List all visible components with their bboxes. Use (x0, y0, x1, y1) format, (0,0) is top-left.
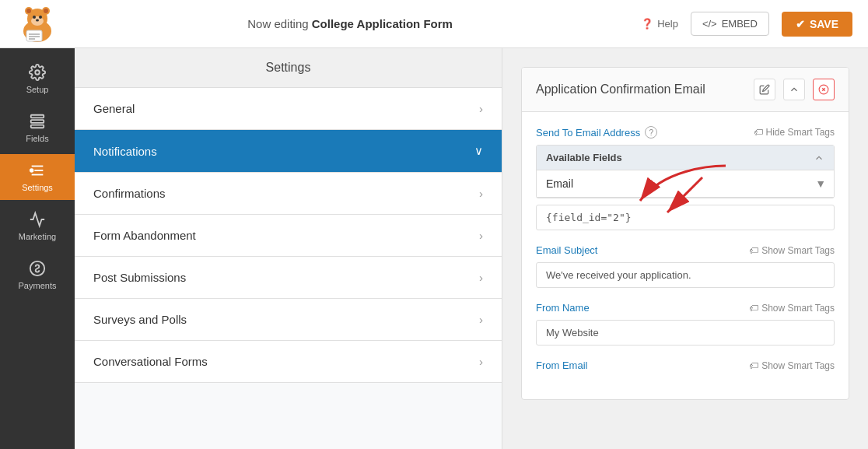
field-select[interactable]: Email (537, 170, 834, 197)
show-smart-tags-email-subject[interactable]: 🏷 Show Smart Tags (749, 245, 835, 256)
from-email-group: From Email 🏷 Show Smart Tags (536, 360, 835, 371)
help-button[interactable]: ❓ Help (641, 18, 678, 30)
chevron-right-icon: › (479, 229, 483, 242)
menu-item-notifications[interactable]: Notifications ∨ (75, 130, 502, 173)
question-icon: ❓ (641, 18, 653, 30)
menu-item-surveys-polls[interactable]: Surveys and Polls › (75, 299, 502, 341)
settings-menu: Settings General › Notifications ∨ Confi… (75, 48, 502, 449)
send-to-label: Send To Email Address (536, 127, 640, 139)
svg-point-4 (26, 9, 31, 13)
sidebar-item-setup[interactable]: Setup (0, 56, 75, 102)
chevron-right-icon: › (479, 313, 483, 326)
panel-header: Application Confirmation Email (522, 68, 849, 112)
from-email-label-row: From Email 🏷 Show Smart Tags (536, 360, 835, 371)
svg-rect-17 (31, 125, 44, 128)
from-name-label-row: From Name 🏷 Show Smart Tags (536, 302, 835, 314)
svg-point-5 (44, 9, 48, 13)
menu-item-general[interactable]: General › (75, 88, 502, 130)
panel-title: Application Confirmation Email (536, 82, 705, 96)
chevron-right-icon: › (479, 187, 483, 200)
logo (16, 5, 59, 44)
svg-rect-10 (26, 30, 42, 41)
pencil-icon (759, 84, 770, 95)
menu-item-post-submissions[interactable]: Post Submissions › (75, 257, 502, 299)
payments-icon (29, 260, 46, 277)
marketing-icon (29, 211, 46, 228)
chevron-up-icon (789, 84, 800, 95)
settings-title: Settings (75, 48, 502, 88)
close-icon (818, 84, 829, 95)
chevron-right-icon: › (479, 271, 483, 284)
sidebar-item-settings[interactable]: Settings (0, 154, 75, 200)
hide-smart-tags-button[interactable]: 🏷 Hide Smart Tags (754, 127, 835, 138)
embed-button[interactable]: </> EMBED (691, 12, 769, 36)
checkmark-icon: ✔ (796, 18, 805, 30)
delete-button[interactable] (813, 79, 835, 100)
chevron-down-icon: ∨ (474, 144, 483, 158)
main-content: Application Confirmation Email (502, 48, 868, 449)
field-code-value: {field_id="2"} (536, 205, 835, 230)
show-smart-tags-from-name[interactable]: 🏷 Show Smart Tags (749, 303, 835, 314)
tag-icon: 🏷 (749, 245, 758, 256)
panel-actions (754, 79, 835, 100)
send-to-email-label-row: Send To Email Address ? 🏷 Hide Smart Tag… (536, 126, 835, 139)
svg-point-8 (39, 16, 42, 19)
menu-item-confirmations[interactable]: Confirmations › (75, 173, 502, 215)
show-smart-tags-from-email[interactable]: 🏷 Show Smart Tags (749, 360, 835, 371)
tag-icon: 🏷 (754, 127, 763, 138)
editing-title: Now editing College Application Form (72, 17, 628, 30)
main-layout: Setup Fields Settings Marketing (0, 48, 868, 449)
edit-button[interactable] (754, 79, 775, 100)
email-subject-label: Email Subject (536, 244, 597, 256)
svg-point-9 (36, 19, 39, 21)
svg-point-7 (33, 16, 36, 19)
from-name-label: From Name (536, 302, 590, 314)
settings-icon (29, 162, 46, 179)
from-name-input[interactable] (536, 320, 835, 346)
setup-icon (29, 64, 46, 81)
send-to-label-left: Send To Email Address ? (536, 126, 657, 139)
available-fields-box: Available Fields Email ▼ (536, 145, 835, 198)
field-select-wrapper: Email ▼ (537, 170, 834, 198)
fields-icon (29, 113, 46, 130)
email-subject-label-row: Email Subject 🏷 Show Smart Tags (536, 244, 835, 256)
help-icon[interactable]: ? (645, 126, 657, 139)
panel-body: Send To Email Address ? 🏷 Hide Smart Tag… (522, 112, 849, 399)
sidebar: Setup Fields Settings Marketing (0, 48, 75, 449)
sidebar-item-marketing[interactable]: Marketing (0, 203, 75, 249)
svg-point-14 (35, 70, 40, 75)
chevron-right-icon: › (479, 102, 483, 115)
tag-icon: 🏷 (749, 303, 758, 314)
send-to-email-group: Send To Email Address ? 🏷 Hide Smart Tag… (536, 126, 835, 230)
from-email-label: From Email (536, 360, 587, 371)
collapse-button[interactable] (783, 79, 805, 100)
save-button[interactable]: ✔ SAVE (782, 12, 852, 37)
topbar: Now editing College Application Form ❓ H… (0, 0, 868, 48)
field-code-container: {field_id="2"} (536, 205, 835, 230)
menu-item-conversational-forms[interactable]: Conversational Forms › (75, 341, 502, 383)
menu-item-form-abandonment[interactable]: Form Abandonment › (75, 215, 502, 257)
sidebar-item-payments[interactable]: Payments (0, 252, 75, 298)
notification-panel: Application Confirmation Email (521, 67, 849, 400)
chevron-right-icon: › (479, 355, 483, 368)
code-icon: </> (702, 18, 717, 30)
tag-icon: 🏷 (749, 360, 758, 371)
scroll-up-icon (814, 153, 824, 163)
available-fields-header: Available Fields (537, 146, 834, 170)
from-name-group: From Name 🏷 Show Smart Tags (536, 302, 835, 346)
email-subject-input[interactable] (536, 262, 835, 288)
svg-rect-16 (31, 120, 44, 123)
svg-point-21 (30, 169, 33, 172)
svg-rect-15 (31, 115, 44, 118)
email-subject-group: Email Subject 🏷 Show Smart Tags (536, 244, 835, 288)
sidebar-item-fields[interactable]: Fields (0, 105, 75, 151)
